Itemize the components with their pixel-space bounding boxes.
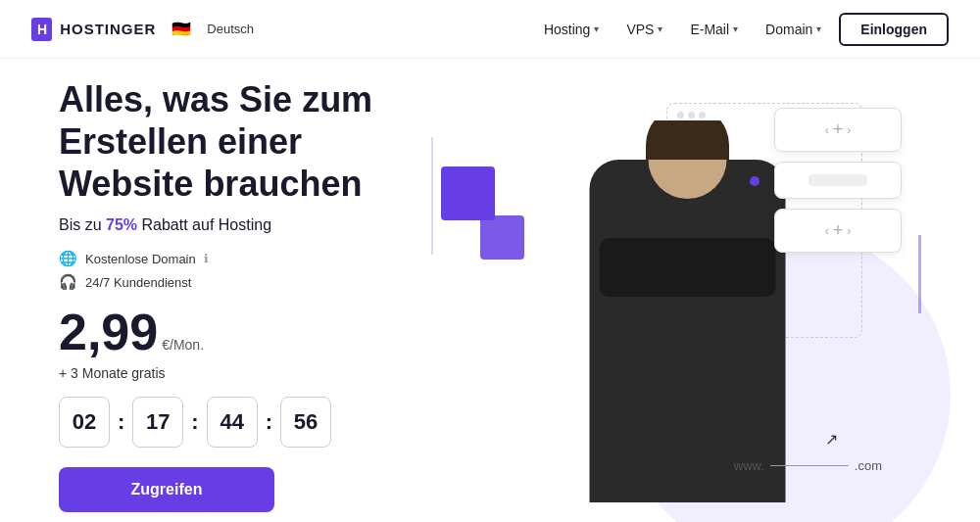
plus-icon-2: + — [833, 220, 844, 241]
ui-mockup-cards: ‹ + › ‹ + › — [774, 108, 902, 253]
countdown-sep1: : — [118, 409, 124, 435]
countdown-sep3: : — [266, 409, 272, 435]
discount-highlight: 75% — [106, 216, 137, 233]
right-arrow-icon-2: › — [847, 224, 851, 238]
nav-email[interactable]: E-Mail ▾ — [680, 16, 748, 43]
globe-icon: 🌐 — [59, 250, 77, 267]
chevron-down-icon: ▾ — [658, 24, 662, 34]
cursor-icon: ↗ — [825, 430, 838, 449]
info-icon: ℹ — [204, 252, 209, 265]
left-arrow-icon: ‹ — [825, 123, 829, 137]
features-list: 🌐 Kostenlose Domain ℹ 🎧 24/7 Kundendiens… — [59, 250, 431, 291]
navbar-right: Hosting ▾ VPS ▾ E-Mail ▾ Domain ▾ Einlog… — [534, 13, 949, 46]
language-label[interactable]: Deutsch — [207, 22, 254, 36]
headset-icon: 🎧 — [59, 273, 77, 291]
chevron-down-icon: ▾ — [594, 24, 599, 34]
language-flag: 🇩🇪 — [172, 20, 191, 38]
domain-com-label: .com — [855, 458, 882, 473]
countdown-hours: 02 — [59, 397, 110, 448]
countdown-sep2: : — [191, 409, 198, 435]
deco-square-2 — [480, 215, 524, 260]
hero-left: Alles, was Sie zum Erstellen einer Websi… — [59, 78, 431, 513]
mock-card-1: ‹ + › — [774, 108, 902, 152]
countdown-ms: 56 — [280, 397, 331, 448]
mock-placeholder — [808, 174, 867, 186]
browser-dot-1 — [677, 112, 684, 119]
mock-card-2 — [774, 162, 902, 199]
countdown-timer: 02 : 17 : 44 : 56 — [59, 397, 431, 448]
price-number: 2,99 — [59, 307, 158, 357]
countdown-minutes: 17 — [132, 397, 183, 448]
navbar: H HOSTINGER 🇩🇪 Deutsch Hosting ▾ VPS ▾ E… — [0, 0, 980, 59]
logo[interactable]: H HOSTINGER — [31, 18, 156, 41]
deco-line-vertical — [431, 137, 433, 255]
logo-text: HOSTINGER — [60, 21, 156, 37]
price-block: 2,99 €/Mon. — [59, 307, 431, 357]
person-body — [590, 160, 786, 502]
price-main: 2,99 €/Mon. — [59, 307, 431, 357]
plus-icon: + — [833, 119, 844, 140]
countdown-seconds: 44 — [207, 397, 258, 448]
nav-hosting[interactable]: Hosting ▾ — [534, 16, 609, 43]
chevron-down-icon: ▾ — [733, 24, 738, 34]
domain-bar: www. .com — [734, 458, 882, 473]
hero-person — [575, 120, 801, 502]
left-arrow-icon-2: ‹ — [825, 224, 829, 238]
domain-www-label: www. — [734, 458, 764, 473]
hero-section: Alles, was Sie zum Erstellen einer Websi… — [0, 59, 980, 522]
feature-support: 🎧 24/7 Kundendienst — [59, 273, 431, 291]
person-hair — [646, 120, 729, 160]
navbar-left: H HOSTINGER 🇩🇪 Deutsch — [31, 18, 254, 41]
right-arrow-icon: › — [847, 123, 851, 137]
person-arms — [600, 238, 776, 297]
hero-subtitle: Bis zu 75% Rabatt auf Hosting — [59, 216, 431, 234]
price-extra: + 3 Monate gratis — [59, 365, 431, 381]
nav-vps[interactable]: VPS ▾ — [616, 16, 672, 43]
mock-card-3: ‹ + › — [774, 209, 902, 253]
price-unit: €/Mon. — [162, 337, 204, 353]
logo-icon: H — [31, 18, 52, 41]
cta-button[interactable]: Zugreifen — [59, 467, 274, 512]
login-button[interactable]: Einloggen — [839, 13, 949, 46]
nav-domain[interactable]: Domain ▾ — [756, 16, 831, 43]
deco-dot — [750, 176, 760, 186]
hero-title: Alles, was Sie zum Erstellen einer Websi… — [59, 78, 431, 206]
chevron-down-icon: ▾ — [816, 24, 821, 34]
browser-dot-3 — [699, 112, 706, 119]
deco-square-1 — [441, 166, 495, 220]
browser-dot-2 — [688, 112, 695, 119]
feature-domain: 🌐 Kostenlose Domain ℹ — [59, 250, 431, 267]
domain-underline — [770, 465, 849, 466]
hero-illustration: ‹ + › ‹ + › www. .com ↗ — [431, 88, 921, 502]
deco-line-horizontal — [918, 235, 921, 313]
